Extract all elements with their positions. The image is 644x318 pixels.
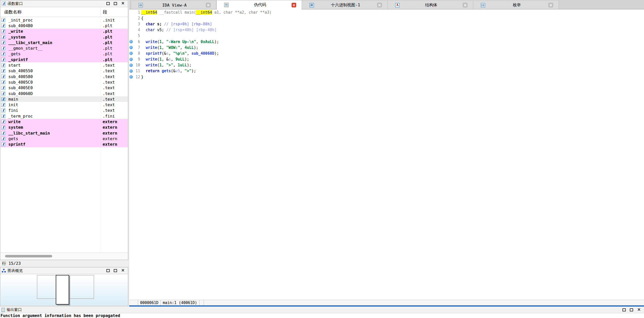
function-segment: extern — [103, 136, 117, 141]
code-token: , — [171, 57, 175, 62]
row-counter: 行 15/23 — [0, 260, 128, 267]
function-row[interactable]: fsub_4005E0.text — [1, 85, 128, 91]
function-row[interactable]: f_system.plt — [1, 34, 128, 40]
column-header-name[interactable]: 函数名称 — [0, 7, 101, 17]
function-row[interactable]: ffini.text — [1, 108, 128, 113]
function-icon: f — [1, 114, 5, 118]
function-row[interactable]: f_term_proc.fini — [1, 113, 128, 119]
function-row[interactable]: f___libc_start_main.plt — [1, 40, 128, 45]
breakpoint-icon[interactable] — [129, 52, 133, 55]
code-token: __fastcall main( — [157, 10, 196, 15]
function-name: _system — [8, 35, 25, 40]
tab-close-button[interactable] — [463, 3, 467, 7]
output-window: 输出窗口 Function argument information has b… — [0, 307, 644, 318]
breakpoint-gutter[interactable] — [129, 11, 133, 14]
function-row[interactable]: fsprintfextern — [1, 142, 128, 147]
function-icon: f — [1, 137, 5, 141]
float-button[interactable] — [114, 2, 117, 5]
function-row[interactable]: fmain.text — [1, 96, 128, 102]
breakpoint-icon[interactable] — [129, 46, 133, 49]
tab-label: 枚举 — [485, 3, 548, 8]
breakpoint-icon[interactable] — [129, 75, 133, 79]
tab-ida-view[interactable]: IDA View-A — [131, 1, 216, 9]
maximize-button[interactable] — [106, 2, 110, 5]
pseudocode-icon — [224, 3, 229, 7]
code-token: ); — [194, 45, 198, 50]
breakpoint-icon[interactable] — [129, 40, 133, 43]
function-row[interactable]: f_sprintf.plt — [1, 57, 128, 62]
breakpoint-icon[interactable] — [129, 58, 133, 61]
breakpoint-gutter[interactable] — [129, 28, 133, 32]
function-icon: f — [1, 46, 5, 50]
float-button[interactable] — [114, 269, 117, 272]
function-row[interactable]: f_init_proc.init — [1, 17, 128, 23]
line-number: 12 — [133, 75, 140, 79]
code-token: write — [146, 57, 157, 62]
close-button[interactable] — [121, 2, 124, 5]
horizontal-scrollbar[interactable] — [1, 253, 128, 259]
column-header-segment[interactable]: 段 — [101, 7, 128, 17]
breakpoint-icon[interactable] — [129, 69, 133, 73]
functions-window-titlebar: f 函数窗口 — [0, 0, 128, 7]
close-button[interactable] — [121, 269, 124, 272]
function-row[interactable]: f__libc_start_mainextern — [1, 130, 128, 136]
function-row[interactable]: f__gmon_start__.plt — [1, 45, 128, 51]
breakpoint-gutter[interactable] — [129, 22, 133, 26]
maximize-button[interactable] — [106, 269, 110, 272]
graph-overview-title: 图表概览 — [8, 268, 23, 273]
function-row[interactable]: finit.text — [1, 102, 128, 107]
code-token — [141, 22, 146, 26]
scrollbar-thumb[interactable] — [5, 255, 52, 257]
function-row[interactable]: fsystemextern — [1, 125, 128, 130]
function-name: sub_4004B0 — [8, 23, 33, 28]
function-row[interactable]: fsub_4005C0.text — [1, 79, 128, 85]
function-window-icon: f — [2, 2, 6, 6]
function-row[interactable]: fsub_400550.text — [1, 68, 128, 74]
code-line: 12} — [129, 74, 644, 80]
code-token: ">" — [166, 63, 173, 67]
code-text: } — [141, 75, 143, 79]
tab-structures[interactable]: 结构体 — [388, 1, 473, 9]
breakpoint-gutter[interactable] — [129, 34, 133, 38]
function-row[interactable]: fwriteextern — [1, 119, 128, 124]
function-name: sub_4005C0 — [8, 80, 33, 85]
tab-close-button[interactable] — [377, 3, 382, 7]
tab-bar: IDA View-A伪代码十六进制视图-1结构体枚举 — [129, 0, 644, 9]
breakpoint-icon[interactable] — [129, 64, 133, 67]
function-icon: f — [1, 58, 5, 62]
function-row[interactable]: fsub_40060D.text — [1, 91, 128, 96]
function-name: system — [8, 125, 23, 130]
function-row[interactable]: f_gets.plt — [1, 51, 128, 57]
breakpoint-gutter[interactable] — [129, 16, 133, 20]
code-token: , — [196, 40, 201, 44]
tab-close-button[interactable] — [206, 3, 211, 7]
code-line: 5 — [129, 33, 644, 39]
code-text: write(1, &s, 9uLL); — [141, 57, 189, 62]
function-icon: f — [1, 52, 5, 56]
graph-overview-canvas[interactable] — [1, 274, 128, 306]
code-text: __int64 __fastcall main(__int64 a1, char… — [141, 10, 272, 15]
function-row[interactable]: fsub_4004B0.plt — [1, 23, 128, 28]
tab-hex-view[interactable]: 十六进制视图-1 — [302, 1, 388, 9]
tab-pseudocode[interactable]: 伪代码 — [216, 0, 302, 10]
function-row[interactable]: f_write.plt — [1, 29, 128, 34]
code-line: 2{ — [129, 15, 644, 21]
code-token: 0xAuLL — [201, 40, 214, 44]
output-console[interactable]: Function argument information has been p… — [0, 313, 644, 318]
function-row[interactable]: fgetsextern — [1, 136, 128, 141]
code-token: // [rsp+0h] [rbp-80h] — [164, 22, 212, 26]
code-text: sprintf(&s, "%p\n", sub_40060D); — [141, 51, 219, 56]
tab-label: IDA View-A — [143, 3, 206, 8]
tab-enums[interactable]: 枚举 — [473, 1, 559, 9]
maximize-button[interactable] — [622, 308, 626, 311]
function-row[interactable]: fstart.text — [1, 62, 128, 68]
pseudocode-pane: IDA View-A伪代码十六进制视图-1结构体枚举 1__int64 __fa… — [129, 0, 644, 307]
tab-close-button[interactable] — [292, 3, 296, 7]
function-segment: .plt — [103, 51, 112, 56]
function-row[interactable]: fsub_400580.text — [1, 74, 128, 79]
close-button[interactable] — [637, 308, 640, 311]
float-button[interactable] — [630, 308, 633, 311]
pseudocode-view[interactable]: 1__int64 __fastcall main(__int64 a1, cha… — [129, 9, 644, 300]
tab-close-button[interactable] — [548, 3, 553, 7]
function-name: start — [8, 63, 21, 68]
